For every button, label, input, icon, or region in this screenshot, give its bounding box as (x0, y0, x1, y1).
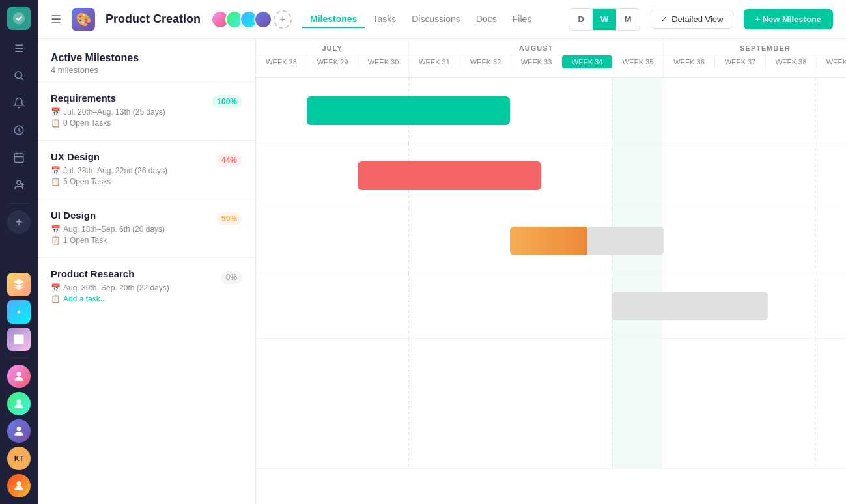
calendar-icon-sm-2: 📅 (51, 166, 61, 175)
highlight-w34-r2 (612, 143, 662, 208)
milestone-name-uxdesign: UX Design (51, 151, 242, 162)
highlight-w34-r1 (612, 78, 662, 143)
add-button[interactable]: + (7, 210, 31, 234)
left-panel: Active Milestones 4 milestones Requireme… (38, 39, 256, 504)
week-32[interactable]: WEEK 32 (460, 55, 511, 68)
user-avatar-1[interactable] (7, 365, 31, 388)
august-weeks: WEEK 31 WEEK 32 WEEK 33 WEEK 34 WEEK 35 (409, 55, 663, 68)
week-37[interactable]: WEEK 37 (714, 55, 765, 68)
project-icon: 🎨 (72, 8, 95, 31)
week-28[interactable]: WEEK 28 (256, 55, 307, 68)
calendar-icon-sm-4: 📅 (51, 283, 61, 292)
milestone-name-uidesign: UI Design (51, 210, 242, 221)
milestone-item-uidesign: UI Design 📅 Aug. 18th–Sep. 6th (20 days)… (38, 199, 255, 257)
week-view-button[interactable]: W (593, 9, 616, 30)
gantt-row-research (256, 273, 846, 339)
add-member-button[interactable]: + (274, 10, 292, 29)
project-name: Product Creation (106, 12, 201, 26)
milestone-date-requirements: 📅 Jul. 20th–Aug. 13th (25 days) (51, 107, 242, 117)
july-weeks: WEEK 28 WEEK 29 WEEK 30 (256, 55, 408, 68)
month-august: AUGUST WEEK 31 WEEK 32 WEEK 33 WEEK 34 W… (408, 39, 664, 77)
week-36[interactable]: WEEK 36 (664, 55, 714, 68)
project-avatar-1[interactable] (7, 273, 31, 296)
bar-requirements[interactable] (307, 96, 510, 125)
header-avatar-4[interactable] (254, 10, 272, 29)
gridline-r1-2 (612, 78, 612, 143)
svg-line-2 (21, 77, 23, 79)
new-milestone-button[interactable]: + New Milestone (744, 9, 834, 29)
svg-rect-4 (14, 154, 23, 163)
clock-icon[interactable] (7, 119, 31, 142)
tab-files[interactable]: Files (505, 11, 540, 28)
gantt-row-empty (256, 339, 846, 469)
milestone-badge-requirements: 100% (212, 95, 242, 108)
nav-tabs: Milestones Tasks Discussions Docs Files (302, 11, 539, 28)
menu-icon[interactable]: ☰ (51, 12, 61, 27)
kt-avatar[interactable]: KT (7, 447, 31, 470)
svg-point-1 (15, 72, 22, 79)
day-view-button[interactable]: D (569, 9, 593, 30)
week-29[interactable]: WEEK 29 (307, 55, 358, 68)
tasks-icon-sm-4: 📋 (51, 294, 61, 303)
week-38[interactable]: WEEK 38 (765, 55, 816, 68)
milestone-tasks-requirements: 📋 0 Open Tasks (51, 119, 242, 128)
week-30[interactable]: WEEK 30 (358, 55, 408, 68)
active-milestones-title: Active Milestones (51, 52, 242, 64)
detailed-view-button[interactable]: ✓ Detailed View (651, 10, 733, 29)
calendar-icon[interactable] (7, 146, 31, 169)
week-34[interactable]: WEEK 34 (561, 55, 612, 68)
user-avatar-2[interactable] (7, 392, 31, 415)
tasks-icon-sm-2: 📋 (51, 177, 61, 186)
bar-uxdesign[interactable] (358, 161, 541, 190)
month-label-september: SEPTEMBER (664, 39, 846, 55)
project-avatar-2[interactable] (7, 300, 31, 324)
month-view-button[interactable]: M (616, 9, 640, 30)
user-avatar-4[interactable] (7, 474, 31, 497)
milestone-tasks-uxdesign: 📋 5 Open Tasks (51, 177, 242, 186)
sidebar: ☰ + (0, 0, 38, 504)
tab-discussions[interactable]: Discussions (404, 11, 468, 28)
gridline-r2-2 (612, 143, 612, 208)
milestone-item-requirements: Requirements 📅 Jul. 20th–Aug. 13th (25 d… (38, 81, 255, 140)
week-31[interactable]: WEEK 31 (409, 55, 460, 68)
milestone-name-research: Product Research (51, 268, 242, 279)
milestone-item-research: Product Research 📅 Aug. 30th–Sep. 20th (… (38, 257, 255, 316)
bar-research[interactable] (612, 292, 768, 320)
tab-tasks[interactable]: Tasks (365, 11, 404, 28)
svg-point-8 (17, 180, 21, 184)
week-39[interactable]: WEEK 39 (816, 55, 846, 68)
month-label-august: AUGUST (409, 39, 663, 55)
user-avatar-3[interactable] (7, 419, 31, 443)
milestone-addtask-research[interactable]: 📋 Add a task... (51, 294, 242, 303)
sidebar-divider-2 (9, 357, 29, 358)
bar-uidesign-remaining[interactable] (587, 227, 664, 255)
week-35[interactable]: WEEK 35 (612, 55, 663, 68)
gridline-r5-1 (408, 339, 409, 468)
bar-uidesign-done[interactable] (510, 227, 587, 255)
tab-docs[interactable]: Docs (468, 11, 505, 28)
gantt-row-uxdesign (256, 143, 846, 208)
hamburger-icon[interactable]: ☰ (7, 36, 31, 60)
gantt-header: JULY WEEK 28 WEEK 29 WEEK 30 AUGUST WEEK… (256, 39, 846, 78)
search-icon[interactable] (7, 64, 31, 87)
calendar-icon-sm: 📅 (51, 107, 61, 117)
bell-icon[interactable] (7, 91, 31, 115)
week-33[interactable]: WEEK 33 (511, 55, 561, 68)
gridline-r3-1 (408, 208, 409, 273)
sidebar-logo[interactable] (7, 7, 31, 30)
gantt-row-requirements (256, 78, 846, 143)
gantt-row-uidesign (256, 208, 846, 273)
detailed-view-label: Detailed View (671, 14, 723, 24)
add-user-icon[interactable] (7, 173, 31, 197)
milestone-date-research: 📅 Aug. 30th–Sep. 20th (22 days) (51, 283, 242, 292)
svg-point-13 (17, 372, 21, 376)
milestone-date-uxdesign: 📅 Jul. 28th–Aug. 22nd (26 days) (51, 166, 242, 175)
sidebar-divider (9, 203, 29, 204)
project-avatar-3[interactable] (7, 328, 31, 351)
tab-milestones[interactable]: Milestones (302, 11, 365, 28)
milestone-badge-research: 0% (221, 271, 242, 284)
gridline-r5-3 (815, 339, 815, 468)
tasks-icon-sm-3: 📋 (51, 236, 61, 245)
gantt-body (256, 78, 846, 469)
milestones-count: 4 milestones (51, 65, 242, 75)
